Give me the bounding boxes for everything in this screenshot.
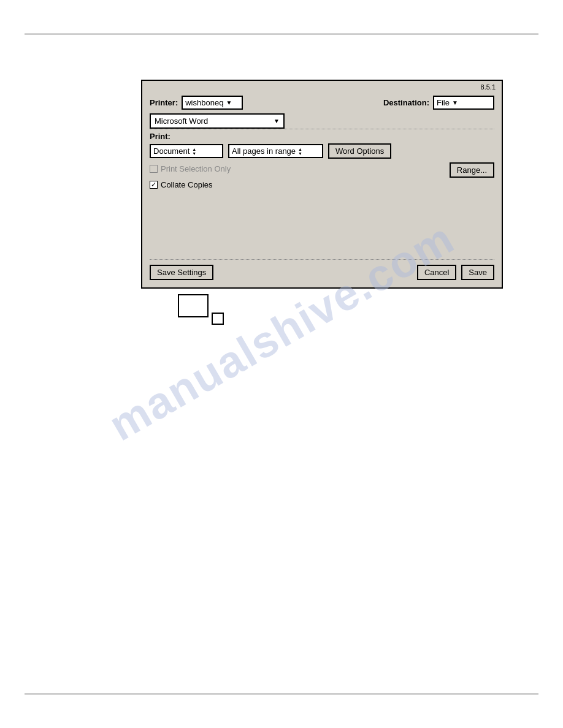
collate-label[interactable]: ✓ Collate Copies — [150, 180, 213, 189]
document-arrow-down[interactable]: ▼ — [192, 151, 196, 156]
range-button[interactable]: Range... — [450, 162, 494, 178]
dotted-separator-bottom — [150, 259, 494, 260]
range-button-container: Range... — [450, 162, 494, 178]
printer-select[interactable]: wishboneq ▼ — [182, 96, 243, 110]
ms-word-value: Microsoft Word — [155, 116, 208, 126]
destination-dropdown-arrow: ▼ — [452, 99, 458, 106]
destination-select[interactable]: File ▼ — [433, 96, 494, 110]
word-options-button[interactable]: Word Options — [328, 143, 391, 159]
pages-arrows: ▲ ▼ — [298, 147, 302, 156]
print-controls-row: Document ▲ ▼ All pages in range ▲ ▼ Word… — [150, 143, 494, 159]
document-arrow-up[interactable]: ▲ — [192, 147, 196, 151]
pages-arrow-down[interactable]: ▼ — [298, 151, 302, 156]
printer-right-group: Destination: File ▼ — [383, 96, 494, 110]
pages-select[interactable]: All pages in range ▲ ▼ — [228, 144, 323, 158]
bottom-right-buttons: Cancel Save — [417, 265, 494, 280]
version-number: 8.5.1 — [481, 83, 496, 91]
save-settings-button[interactable]: Save Settings — [150, 265, 213, 280]
cancel-button[interactable]: Cancel — [417, 265, 456, 280]
destination-value: File — [437, 98, 450, 107]
print-selection-text: Print Selection Only — [161, 164, 231, 173]
pages-value: All pages in range — [232, 146, 296, 156]
document-arrows: ▲ ▼ — [192, 147, 196, 156]
print-selection-row: Print Selection Only Range... — [150, 162, 494, 178]
print-dialog: 8.5.1 Printer: wishboneq ▼ Destination: … — [141, 80, 503, 289]
printer-left-group: Printer: wishboneq ▼ — [150, 96, 243, 110]
cursor-shape-large — [178, 294, 209, 317]
collate-checkbox[interactable]: ✓ — [150, 181, 158, 189]
collate-text: Collate Copies — [161, 180, 213, 189]
document-value: Document — [153, 146, 190, 156]
cursor-shape-small — [212, 313, 224, 325]
print-section-label: Print: — [150, 132, 494, 141]
pages-arrow-up[interactable]: ▲ — [298, 147, 302, 151]
print-selection-option: Print Selection Only — [150, 164, 231, 173]
print-selection-checkbox[interactable] — [150, 165, 158, 173]
document-select[interactable]: Document ▲ ▼ — [150, 144, 223, 158]
bottom-rule — [25, 694, 538, 694]
ms-word-dropdown-arrow: ▼ — [274, 118, 280, 124]
ms-word-row: Microsoft Word ▼ — [150, 113, 494, 129]
printer-value: wishboneq — [185, 98, 223, 107]
dialog-empty-area — [150, 192, 494, 253]
printer-label: Printer: — [150, 98, 178, 107]
bottom-button-row: Save Settings Cancel Save — [150, 265, 494, 280]
ms-word-select[interactable]: Microsoft Word ▼ — [150, 113, 285, 129]
print-selection-label[interactable]: Print Selection Only — [150, 164, 231, 173]
top-rule — [25, 34, 538, 34]
printer-dropdown-arrow: ▼ — [226, 99, 232, 106]
dotted-separator-top — [150, 129, 494, 129]
save-button[interactable]: Save — [461, 265, 494, 280]
printer-row: Printer: wishboneq ▼ Destination: File ▼ — [150, 96, 494, 110]
destination-label: Destination: — [383, 98, 429, 107]
collate-row: ✓ Collate Copies — [150, 180, 494, 189]
